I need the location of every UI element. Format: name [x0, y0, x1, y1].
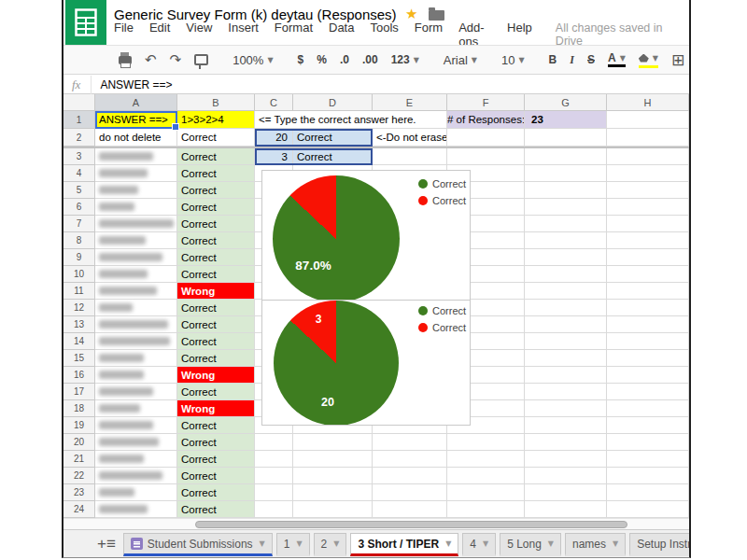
cell-c[interactable] [255, 484, 293, 501]
cell-g[interactable] [525, 367, 607, 384]
cell-g2[interactable] [525, 129, 607, 147]
cell-d[interactable] [293, 451, 373, 468]
cell-student-name[interactable] [95, 266, 177, 283]
cell-g[interactable] [525, 249, 607, 266]
folder-icon[interactable] [429, 10, 444, 21]
row-header[interactable]: 7 [63, 216, 95, 232]
cell-g[interactable] [525, 484, 607, 501]
cell-h[interactable] [607, 367, 689, 384]
row-header[interactable]: 20 [63, 434, 95, 451]
row-header[interactable]: 22 [63, 468, 95, 484]
cell-answer-status[interactable]: Correct [177, 434, 255, 451]
cell-h[interactable] [607, 216, 689, 232]
row-header[interactable]: 5 [63, 182, 95, 199]
sheet-tab-student-submissions[interactable]: Student Submissions ▼ [123, 533, 273, 556]
zoom-select[interactable]: 100%▼ [233, 53, 273, 67]
row-header[interactable]: 4 [63, 165, 95, 182]
row-header[interactable]: 11 [63, 283, 95, 300]
cell-a1-answer-label[interactable]: ANSWER ==> [95, 111, 177, 129]
print-button[interactable] [119, 56, 132, 64]
row-header[interactable]: 3 [63, 148, 95, 165]
row-header[interactable]: 6 [63, 199, 95, 216]
cell-h[interactable] [607, 350, 689, 367]
cell-g[interactable] [525, 199, 607, 216]
cell-student-name[interactable] [95, 148, 177, 165]
increase-decimal-button[interactable]: .00 [362, 53, 378, 66]
undo-button[interactable]: ↶ [145, 53, 157, 66]
cell-answer-status[interactable]: Correct [177, 148, 255, 165]
cell-f1-responses-label[interactable]: # of Responses: [447, 111, 525, 129]
cell-student-name[interactable] [95, 434, 177, 451]
cell-d[interactable] [293, 484, 373, 501]
row-header[interactable]: 19 [63, 417, 95, 434]
cell-student-name[interactable] [95, 484, 177, 501]
cell-g1-responses-count[interactable]: 23 [525, 111, 607, 129]
cell-student-name[interactable] [95, 417, 177, 434]
bold-button[interactable]: B [549, 53, 557, 66]
cell-d[interactable] [293, 468, 373, 484]
cell-d[interactable] [293, 501, 373, 518]
cell-g[interactable] [525, 501, 607, 518]
row-header[interactable]: 24 [63, 501, 95, 518]
cell-a2[interactable]: do not delete [95, 129, 177, 147]
cell-answer-status[interactable]: Wrong [177, 367, 255, 384]
cell-h[interactable] [607, 300, 689, 316]
row-header[interactable]: 23 [63, 484, 95, 501]
cell-b1-answer-key[interactable]: 1>3>2>4 [177, 111, 255, 129]
cell-d[interactable]: Correct [293, 148, 373, 165]
cell-answer-status[interactable]: Correct [177, 182, 255, 199]
row-header[interactable]: 17 [63, 384, 95, 400]
cell-f[interactable] [447, 434, 525, 451]
fill-color-button[interactable]: ▼ [639, 52, 658, 68]
cell-h[interactable] [607, 434, 689, 451]
cell-h[interactable] [607, 266, 689, 283]
row-header[interactable]: 9 [63, 249, 95, 266]
cell-g[interactable] [525, 316, 607, 333]
cell-g[interactable] [525, 283, 607, 300]
row-header[interactable]: 2 [63, 129, 95, 147]
redo-button[interactable]: ↷ [170, 53, 182, 66]
cell-answer-status[interactable]: Correct [177, 266, 255, 283]
column-header-h[interactable]: H [607, 94, 689, 111]
cell-h[interactable] [607, 316, 689, 333]
cell-f[interactable] [447, 148, 525, 165]
cell-answer-status[interactable]: Correct [177, 199, 255, 216]
column-header-b[interactable]: B [177, 94, 255, 111]
cell-f[interactable] [447, 451, 525, 468]
cell-e[interactable] [373, 148, 447, 165]
number-format-select[interactable]: 123▼ [391, 53, 419, 66]
cell-h[interactable] [607, 417, 689, 434]
sheet-tab-4[interactable]: 4 ▼ [462, 533, 496, 556]
column-header-g[interactable]: G [525, 94, 607, 111]
pie-chart-counts[interactable]: 3 20 Correct Correct [261, 301, 471, 426]
cell-student-name[interactable] [95, 249, 177, 266]
cell-f[interactable] [447, 501, 525, 518]
cell-answer-status[interactable]: Correct [177, 468, 255, 484]
cell-h[interactable] [607, 199, 689, 216]
row-header[interactable]: 21 [63, 451, 95, 468]
paint-format-button[interactable] [194, 54, 208, 65]
cell-student-name[interactable] [95, 165, 177, 182]
cell-g[interactable] [525, 333, 607, 350]
cell-answer-status[interactable]: Correct [177, 384, 255, 400]
cell-h[interactable] [607, 283, 689, 300]
percent-format-button[interactable]: % [317, 53, 327, 66]
cell-h[interactable] [607, 468, 689, 484]
cell-e[interactable] [373, 484, 447, 501]
cell-answer-status[interactable]: Correct [177, 417, 255, 434]
cell-h[interactable] [607, 333, 689, 350]
cell-student-name[interactable] [95, 216, 177, 232]
add-sheet-button[interactable]: + [97, 534, 106, 554]
cell-f2[interactable] [447, 129, 525, 147]
cell-c[interactable] [255, 468, 293, 484]
cell-student-name[interactable] [95, 316, 177, 333]
cell-student-name[interactable] [95, 283, 177, 300]
cell-g[interactable] [525, 350, 607, 367]
cell-c2-correct-count[interactable]: 20 [255, 129, 293, 147]
column-header-d[interactable]: D [293, 94, 373, 111]
text-color-button[interactable]: A▼ [608, 52, 626, 67]
cell-answer-status[interactable]: Correct [177, 300, 255, 316]
cell-c[interactable] [255, 451, 293, 468]
row-header[interactable]: 14 [63, 333, 95, 350]
cell-h1[interactable] [607, 111, 689, 129]
